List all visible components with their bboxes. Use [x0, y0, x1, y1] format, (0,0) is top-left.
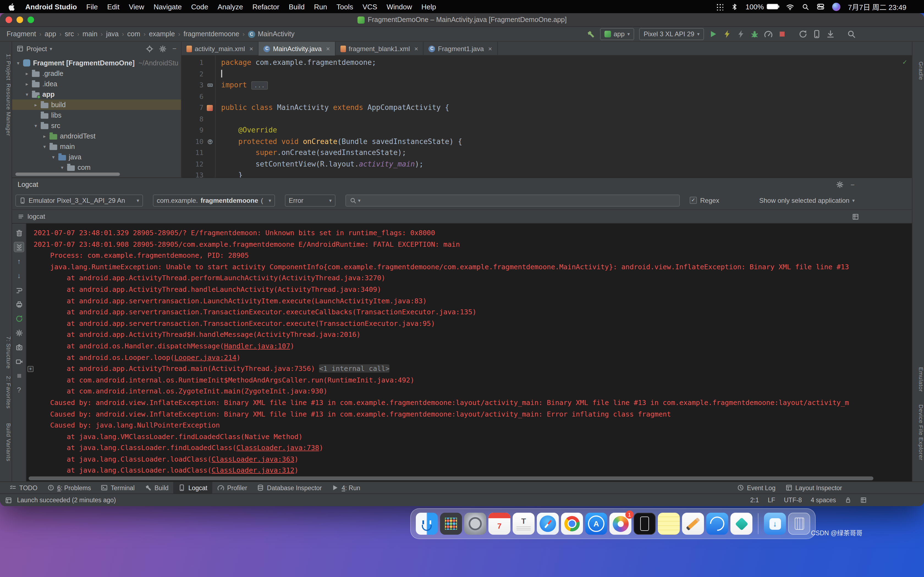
- regex-checkbox[interactable]: ✓ Regex: [690, 197, 719, 204]
- tree-item-fragment-fragmentdemoone[interactable]: ▾Fragment [FragmentDemoOne]~/AndroidStu: [12, 58, 181, 68]
- dock-trash[interactable]: [788, 513, 810, 535]
- window-titlebar[interactable]: FragmentDemoOne – MainActivity.java [Fra…: [0, 13, 924, 27]
- tree-item-src[interactable]: ▾src: [12, 120, 181, 131]
- dock-stickies[interactable]: [658, 513, 680, 535]
- run-config-select[interactable]: app▾: [600, 28, 634, 40]
- stop-icon[interactable]: [778, 30, 787, 39]
- locate-file-icon[interactable]: [146, 45, 154, 53]
- device-select[interactable]: Pixel 3 XL API 29▾: [639, 28, 704, 40]
- folded-region-icon[interactable]: [207, 82, 213, 89]
- hide-project-icon[interactable]: −: [173, 45, 176, 53]
- tree-chevron-icon[interactable]: ▾: [32, 123, 40, 128]
- expand-stack-icon[interactable]: +: [27, 366, 34, 372]
- run-icon[interactable]: [709, 30, 718, 39]
- sdk-manager-icon[interactable]: [826, 30, 835, 39]
- dock-blue-app[interactable]: [706, 513, 728, 535]
- zoom-window-button[interactable]: [27, 16, 34, 23]
- stripe-button-emulator[interactable]: Emulator: [913, 367, 924, 392]
- breadcrumb-example[interactable]: example: [149, 30, 175, 38]
- close-tab-icon[interactable]: ×: [414, 45, 418, 53]
- logcat-output[interactable]: 2021-07-07 23:48:01.329 28905-28905/? E/…: [26, 224, 912, 481]
- logcat-filter-mode-select[interactable]: Show only selected application ▾: [759, 197, 855, 204]
- logcat-level-select[interactable]: Error ▾: [285, 194, 336, 206]
- tab-mainactivity-java[interactable]: CMainActivity.java×: [259, 42, 336, 55]
- logcat-search-input[interactable]: ▾: [346, 194, 680, 206]
- logcat-settings-icon[interactable]: [836, 181, 844, 189]
- close-tab-icon[interactable]: ×: [488, 45, 492, 53]
- tree-chevron-icon[interactable]: ▾: [58, 164, 66, 170]
- toggle-tool-windows-icon[interactable]: [5, 496, 12, 504]
- override-gutter-icon[interactable]: [207, 138, 213, 145]
- breadcrumb-com[interactable]: com: [127, 30, 140, 38]
- tree-scrollbar[interactable]: [15, 172, 120, 176]
- dock-calendar[interactable]: 7: [488, 513, 510, 535]
- tree-item-build[interactable]: ▸build: [12, 100, 181, 110]
- tool-button-6-problems[interactable]: 6: Problems: [42, 482, 96, 493]
- keyboard-icon[interactable]: [716, 3, 723, 10]
- tree-chevron-icon[interactable]: ▸: [41, 133, 48, 139]
- tree-chevron-icon[interactable]: ▸: [32, 102, 40, 108]
- search-everywhere-icon[interactable]: [847, 30, 856, 39]
- breadcrumb-mainactivity[interactable]: CMainActivity: [248, 30, 294, 38]
- restart-logcat-icon[interactable]: [14, 313, 24, 324]
- tree-chevron-icon[interactable]: ▾: [41, 144, 48, 149]
- spotlight-icon[interactable]: [802, 3, 809, 10]
- tree-item-libs[interactable]: libs: [12, 110, 181, 120]
- stripe-button-build-variants[interactable]: Build Variants: [0, 423, 12, 461]
- project-view-label[interactable]: Project: [26, 45, 47, 53]
- sync-gradle-icon[interactable]: [799, 30, 808, 39]
- close-window-button[interactable]: [5, 16, 12, 23]
- close-tab-icon[interactable]: ×: [326, 45, 330, 53]
- menu-refactor[interactable]: Refactor: [252, 2, 279, 11]
- editor-code[interactable]: package com.example.fragmentdemoone;impo…: [216, 55, 912, 177]
- tree-item-idea[interactable]: ▸.idea: [12, 79, 181, 89]
- stack-trace-link[interactable]: Handler.java:107: [224, 342, 290, 350]
- dock-launchpad[interactable]: [440, 513, 462, 535]
- stripe-button-2-favorites[interactable]: 2: Favorites: [0, 376, 12, 409]
- inspection-ok-icon[interactable]: ✓: [903, 58, 907, 66]
- dock-textedit[interactable]: T: [513, 513, 535, 535]
- tree-chevron-icon[interactable]: ▸: [23, 81, 31, 87]
- siri-icon[interactable]: [832, 2, 840, 11]
- close-tab-icon[interactable]: ×: [249, 45, 253, 53]
- stack-trace-link[interactable]: ClassLoader.java:312: [212, 466, 294, 474]
- dock-chrome[interactable]: [561, 513, 583, 535]
- menu-help[interactable]: Help: [421, 2, 436, 11]
- menu-navigate[interactable]: Navigate: [153, 2, 182, 11]
- menu-view[interactable]: View: [129, 2, 144, 11]
- stripe-button-1-project[interactable]: 1: Project: [0, 54, 12, 81]
- menu-window[interactable]: Window: [387, 2, 412, 11]
- breadcrumb-java[interactable]: java: [106, 30, 119, 38]
- bluetooth-icon[interactable]: [731, 3, 738, 10]
- scrollbar-thumb[interactable]: [29, 476, 874, 480]
- menu-run[interactable]: Run: [314, 2, 327, 11]
- stack-trace-link[interactable]: ClassLoader.java:363: [212, 455, 294, 463]
- stripe-button-device-file-explorer[interactable]: Device File Explorer: [913, 405, 924, 461]
- battery-indicator[interactable]: 100%: [746, 2, 778, 11]
- tree-item-androidtest[interactable]: ▸androidTest: [12, 131, 181, 141]
- dock-downloads[interactable]: ↓: [764, 513, 786, 535]
- dock-pencil-app[interactable]: [682, 513, 704, 535]
- help-icon[interactable]: ?: [14, 385, 24, 395]
- hide-logcat-icon[interactable]: −: [851, 181, 855, 189]
- search-options-arrow-icon[interactable]: ▾: [358, 198, 360, 203]
- stack-trace-link[interactable]: Looper.java:214: [174, 353, 236, 361]
- tree-chevron-icon[interactable]: ▾: [50, 154, 57, 160]
- lock-icon[interactable]: [845, 497, 851, 503]
- tool-button-terminal[interactable]: Terminal: [96, 482, 140, 493]
- tool-button-database-inspector[interactable]: Database Inspector: [252, 482, 327, 493]
- tree-item-java[interactable]: ▾java: [12, 152, 181, 162]
- dock-system-preferences[interactable]: [464, 513, 486, 535]
- tool-button-logcat[interactable]: Logcat: [173, 482, 212, 493]
- tool-button-layout-inspector[interactable]: Layout Inspector: [780, 482, 847, 493]
- dock-diamond-app[interactable]: [730, 513, 753, 535]
- dock-mobile-app[interactable]: [633, 513, 656, 535]
- caret-position[interactable]: 2:1: [750, 497, 759, 503]
- breadcrumb-fragmentdemoone[interactable]: fragmentdemoone: [183, 30, 239, 38]
- avd-manager-icon[interactable]: [813, 30, 821, 39]
- apply-changes-icon[interactable]: [723, 30, 732, 39]
- menu-analyze[interactable]: Analyze: [218, 2, 243, 11]
- tab-activity-main-xml[interactable]: activity_main.xml×: [181, 42, 259, 55]
- logcat-tab-label[interactable]: logcat: [27, 213, 45, 220]
- logcat-device-select[interactable]: Emulator Pixel_3_XL_API_29 An ▾: [15, 194, 143, 206]
